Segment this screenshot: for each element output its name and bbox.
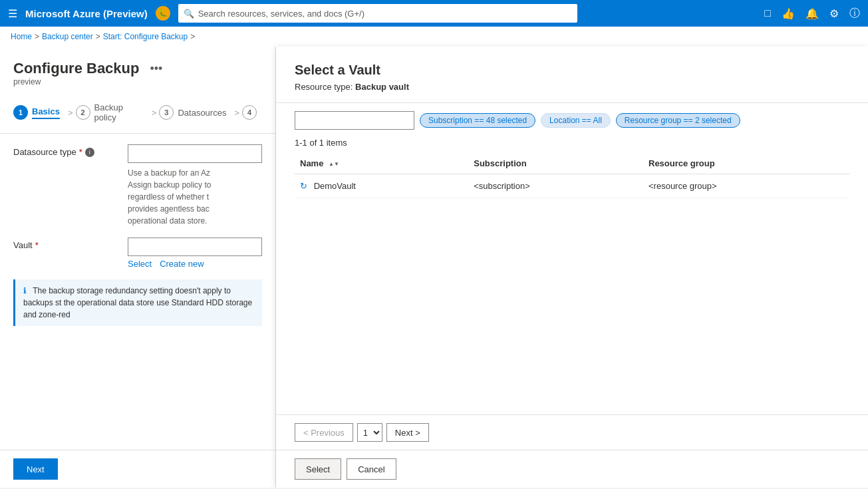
- datasource-description: Use a backup for an Az Assign backup pol…: [128, 167, 262, 227]
- cancel-button[interactable]: Cancel: [347, 458, 396, 480]
- select-vault-link[interactable]: Select: [128, 259, 152, 269]
- resource-type: Resource type: Backup vault: [295, 82, 849, 92]
- step-3-circle: 3: [159, 105, 174, 120]
- datasource-row: Datasource type * i Azure Disks Use a ba…: [13, 144, 262, 227]
- step-4[interactable]: 4: [242, 102, 262, 122]
- breadcrumb-backup-center[interactable]: Backup center: [42, 32, 93, 41]
- step-basics[interactable]: 1 Basics: [13, 102, 65, 122]
- breadcrumb-sep2: >: [96, 32, 100, 41]
- page-select[interactable]: 1: [357, 423, 382, 442]
- info-banner: ℹ The backup storage redundancy setting …: [13, 279, 262, 326]
- datasource-input[interactable]: Azure Disks Use a backup for an Az Assig…: [128, 144, 262, 227]
- left-panel: Configure Backup ••• preview 1 Basics > …: [0, 47, 276, 488]
- vault-subscription-cell: <subscription>: [468, 174, 643, 198]
- table-row[interactable]: ↻ DemoVault <subscription> <resource gro…: [295, 174, 849, 198]
- step-1-label: Basics: [32, 106, 60, 119]
- breadcrumb-home[interactable]: Home: [11, 32, 32, 41]
- step-div-2: >: [152, 108, 157, 118]
- select-button[interactable]: Select: [295, 458, 341, 480]
- col-name[interactable]: Name ▲▼: [295, 153, 468, 174]
- item-count: 1-1 of 1 items: [295, 138, 849, 148]
- steps-row: 1 Basics > 2 Backup policy > 3 Datasourc…: [0, 92, 275, 134]
- resource-group-filter[interactable]: Resource group == 2 selected: [616, 113, 740, 128]
- prev-page-button[interactable]: < Previous: [295, 423, 353, 442]
- left-header: Configure Backup ••• preview: [0, 47, 275, 92]
- vault-label: Vault *: [13, 238, 120, 250]
- vault-table-container: 1-1 of 1 items Name ▲▼ Subscription Reso…: [276, 138, 868, 414]
- required-star: *: [79, 147, 82, 157]
- next-button[interactable]: Next: [13, 458, 58, 480]
- datasource-info-icon[interactable]: i: [85, 148, 94, 157]
- location-filter[interactable]: Location == All: [541, 113, 611, 128]
- step-2-label: Backup policy: [94, 102, 144, 122]
- pagination: < Previous 1 Next >: [276, 414, 868, 450]
- vault-actions: Select Create new: [128, 259, 262, 269]
- datasource-field[interactable]: Azure Disks: [128, 144, 262, 163]
- app-title: Microsoft Azure (Preview): [25, 8, 148, 19]
- notification-icon[interactable]: 🔔: [805, 7, 819, 20]
- settings-icon[interactable]: ⚙: [829, 7, 839, 20]
- top-navigation: ☰ Microsoft Azure (Preview) 🐛 🔍 Search r…: [0, 0, 868, 27]
- step-div-1: >: [68, 108, 73, 118]
- preview-tag: preview: [13, 77, 262, 86]
- step-1-circle: 1: [13, 105, 28, 120]
- search-placeholder: Search resources, services, and docs (G+…: [198, 9, 364, 19]
- subscription-filter[interactable]: Subscription == 48 selected: [420, 113, 535, 128]
- vault-input-container: Select a Vault Select Create new: [128, 238, 262, 269]
- vault-resource-group-cell: <resource group>: [643, 174, 849, 198]
- breadcrumb-configure[interactable]: Start: Configure Backup: [103, 32, 188, 41]
- step-3-label: Datasources: [178, 108, 226, 118]
- vault-search[interactable]: demovault: [295, 111, 414, 130]
- vault-refresh-icon: ↻: [300, 181, 307, 191]
- step-4-circle: 4: [242, 105, 257, 120]
- feedback-icon[interactable]: 👍: [782, 7, 795, 20]
- filter-row: demovault Subscription == 48 selected Lo…: [276, 103, 868, 138]
- search-bar[interactable]: 🔍 Search resources, services, and docs (…: [178, 4, 577, 23]
- name-sort-icon: ▲▼: [329, 161, 339, 167]
- info-banner-text: The backup storage redundancy setting do…: [23, 286, 252, 319]
- bug-icon: 🐛: [156, 6, 170, 21]
- left-footer: Next: [0, 450, 275, 488]
- right-footer: Select Cancel: [276, 450, 868, 488]
- vault-search-input[interactable]: demovault: [295, 111, 414, 130]
- step-2-circle: 2: [76, 105, 90, 120]
- nav-icons: □ 👍 🔔 ⚙ ⓘ: [764, 7, 860, 21]
- help-icon[interactable]: ⓘ: [849, 7, 860, 21]
- vault-required-star: *: [35, 240, 39, 250]
- hamburger-icon[interactable]: ☰: [8, 7, 17, 20]
- vault-panel-title: Select a Vault: [295, 63, 849, 78]
- step-div-3: >: [234, 108, 239, 118]
- page-title: Configure Backup: [13, 60, 139, 77]
- datasource-label: Datasource type * i: [13, 144, 120, 157]
- vault-name-cell: ↻ DemoVault: [295, 174, 468, 198]
- right-panel-header: Select a Vault Resource type: Backup vau…: [276, 47, 868, 103]
- vault-row: Vault * Select a Vault Select Create new: [13, 238, 262, 269]
- next-page-button[interactable]: Next >: [386, 423, 429, 442]
- col-subscription[interactable]: Subscription: [468, 153, 643, 174]
- breadcrumb: Home > Backup center > Start: Configure …: [0, 27, 868, 47]
- breadcrumb-sep3: >: [190, 32, 195, 41]
- col-resource-group[interactable]: Resource group: [643, 153, 849, 174]
- breadcrumb-sep1: >: [35, 32, 39, 41]
- step-backup-policy[interactable]: 2 Backup policy: [76, 100, 149, 125]
- form-content: Datasource type * i Azure Disks Use a ba…: [0, 134, 275, 450]
- table-body: ↻ DemoVault <subscription> <resource gro…: [295, 174, 849, 198]
- table-header: Name ▲▼ Subscription Resource group: [295, 153, 849, 174]
- vault-table: Name ▲▼ Subscription Resource group: [295, 153, 849, 198]
- create-new-link[interactable]: Create new: [160, 259, 204, 269]
- info-banner-icon: ℹ: [23, 286, 27, 295]
- resource-type-label: Resource type:: [295, 82, 353, 92]
- more-options-icon[interactable]: •••: [150, 62, 162, 76]
- step-datasources[interactable]: 3 Datasources: [159, 102, 231, 122]
- main-layout: Configure Backup ••• preview 1 Basics > …: [0, 47, 868, 488]
- right-panel: Select a Vault Resource type: Backup vau…: [276, 47, 868, 488]
- terminal-icon[interactable]: □: [764, 7, 771, 19]
- search-icon: 🔍: [184, 9, 194, 19]
- vault-field[interactable]: Select a Vault: [128, 238, 262, 256]
- resource-type-value: Backup vault: [355, 82, 409, 92]
